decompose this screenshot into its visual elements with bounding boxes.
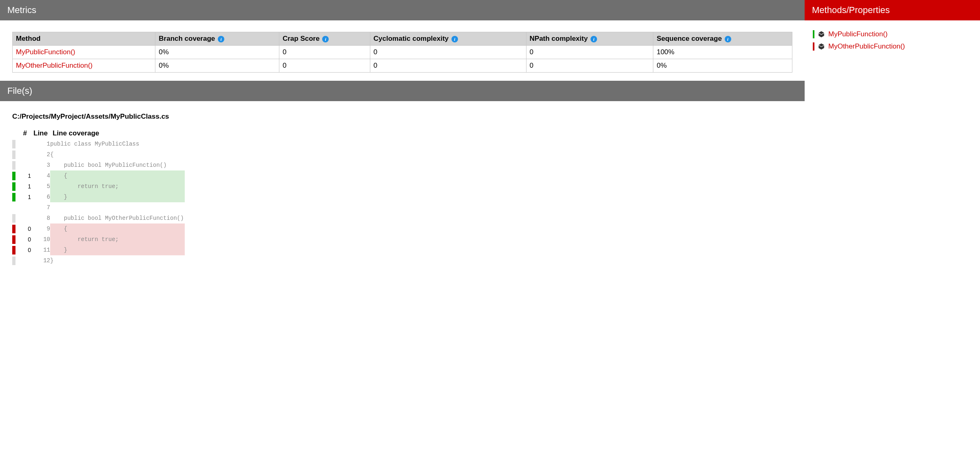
info-icon[interactable]: i [591, 36, 597, 42]
metrics-body: Method Branch coverage i Crap Score i Cy… [0, 20, 805, 81]
col-npath[interactable]: NPath complexity i [526, 32, 653, 46]
code-line: 15 return true; [12, 181, 185, 192]
col-seq[interactable]: Sequence coverage i [653, 32, 792, 46]
info-icon[interactable]: i [451, 36, 458, 42]
hit-count [17, 149, 31, 160]
code-line: 3 public bool MyPublicFunction() [12, 160, 185, 170]
coverage-bar-icon [813, 42, 814, 51]
coverage-bar-icon [813, 30, 814, 38]
coverage-bar-icon [12, 214, 15, 223]
hit-count: 0 [17, 245, 31, 255]
method-list-item[interactable]: MyPublicFunction() [813, 30, 972, 38]
line-number: 9 [31, 223, 50, 234]
coverage-bar-icon [12, 172, 15, 180]
method-link[interactable]: MyPublicFunction() [828, 30, 888, 38]
line-number: 4 [31, 170, 50, 181]
source-text: return true; [50, 234, 185, 245]
method-link[interactable]: MyOtherPublicFunction() [828, 42, 905, 51]
col-branch-label: Branch coverage [159, 35, 215, 42]
line-number: 7 [31, 202, 50, 213]
hit-count [17, 255, 31, 266]
cell-seq: 100% [653, 46, 792, 59]
source-text: public bool MyPublicFunction() [50, 160, 185, 170]
source-text [50, 202, 185, 213]
col-cyclo[interactable]: Cyclomatic complexity i [370, 32, 526, 46]
cell-branch: 0% [155, 59, 279, 73]
method-list-item[interactable]: MyOtherPublicFunction() [813, 42, 972, 51]
code-table: # Line Line coverage 1public class MyPub… [12, 128, 185, 266]
col-coverage: Line coverage [50, 128, 185, 139]
col-seq-label: Sequence coverage [657, 35, 722, 42]
col-npath-label: NPath complexity [530, 35, 588, 42]
metrics-row: MyPublicFunction()0%000100% [13, 46, 792, 59]
cell-npath: 0 [526, 46, 653, 59]
cell-crap: 0 [279, 46, 370, 59]
code-line: 2{ [12, 149, 185, 160]
code-line: 09 { [12, 223, 185, 234]
hit-count [17, 202, 31, 213]
info-icon[interactable]: i [322, 36, 329, 42]
coverage-bar-icon [12, 182, 15, 191]
code-line: 12} [12, 255, 185, 266]
files-header: File(s) [0, 81, 805, 101]
coverage-bar-icon [12, 140, 15, 148]
methods-header: Methods/Properties [805, 0, 980, 20]
hit-count [17, 213, 31, 223]
line-number: 1 [31, 139, 50, 149]
source-text: { [50, 149, 185, 160]
metrics-row: MyOtherPublicFunction()0%0000% [13, 59, 792, 73]
info-icon[interactable]: i [218, 36, 224, 42]
col-lineno: Line [31, 128, 50, 139]
source-text: public class MyPublicClass [50, 139, 185, 149]
hit-count [17, 139, 31, 149]
code-line: 7 [12, 202, 185, 213]
source-text: return true; [50, 181, 185, 192]
cell-seq: 0% [653, 59, 792, 73]
code-line: 011 } [12, 245, 185, 255]
col-crap[interactable]: Crap Score i [279, 32, 370, 46]
source-text: public bool MyOtherPublicFunction() [50, 213, 185, 223]
line-number: 12 [31, 255, 50, 266]
coverage-bar-icon [12, 161, 15, 170]
coverage-bar-icon [12, 193, 15, 201]
col-hits: # [17, 128, 31, 139]
col-method[interactable]: Method [13, 32, 155, 46]
col-crap-label: Crap Score [283, 35, 320, 42]
hit-count: 1 [17, 181, 31, 192]
line-number: 3 [31, 160, 50, 170]
hit-count: 1 [17, 170, 31, 181]
coverage-bar-icon [12, 235, 15, 244]
source-text: } [50, 255, 185, 266]
metrics-table: Method Branch coverage i Crap Score i Cy… [12, 32, 792, 73]
info-icon[interactable]: i [725, 36, 731, 42]
coverage-bar-icon [12, 246, 15, 254]
methods-list: MyPublicFunction()MyOtherPublicFunction(… [805, 20, 980, 64]
hit-count: 1 [17, 192, 31, 202]
hit-count: 0 [17, 234, 31, 245]
method-link[interactable]: MyPublicFunction() [16, 48, 75, 56]
main-column: Metrics Method Branch coverage i Crap Sc… [0, 0, 805, 458]
source-text: } [50, 245, 185, 255]
col-branch[interactable]: Branch coverage i [155, 32, 279, 46]
cube-icon [818, 31, 825, 38]
code-line: 16 } [12, 192, 185, 202]
metrics-header: Metrics [0, 0, 805, 20]
cube-icon [818, 43, 825, 50]
files-body: C:/Projects/MyProject/Assets/MyPublicCla… [0, 101, 805, 278]
source-text: { [50, 223, 185, 234]
source-text: } [50, 192, 185, 202]
method-link[interactable]: MyOtherPublicFunction() [16, 62, 93, 69]
hit-count [17, 160, 31, 170]
code-line: 8 public bool MyOtherPublicFunction() [12, 213, 185, 223]
code-line: 1public class MyPublicClass [12, 139, 185, 149]
cell-cyclo: 0 [370, 59, 526, 73]
cell-crap: 0 [279, 59, 370, 73]
line-number: 6 [31, 192, 50, 202]
coverage-bar-icon [12, 204, 15, 212]
coverage-bar-icon [12, 225, 15, 233]
cell-branch: 0% [155, 46, 279, 59]
hit-count: 0 [17, 223, 31, 234]
cell-cyclo: 0 [370, 46, 526, 59]
line-number: 10 [31, 234, 50, 245]
coverage-bar-icon [12, 150, 15, 159]
